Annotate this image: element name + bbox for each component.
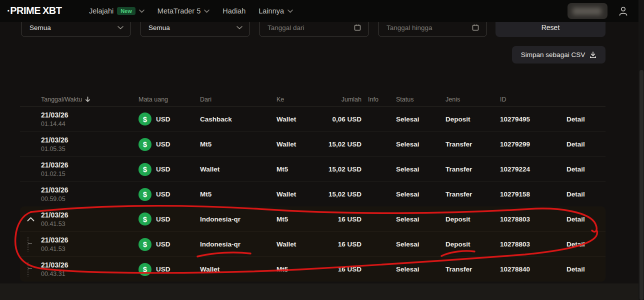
detail-link[interactable]: Detail <box>566 240 585 248</box>
sort-descending-icon <box>85 96 90 102</box>
usd-coin-icon: $ <box>138 238 152 251</box>
table-row: 21/03/26 00.41.53 $ USD Indonesia-qr Mt5… <box>20 206 606 232</box>
id-cell: 10279299 <box>496 140 556 148</box>
currency-cell: $ USD <box>138 112 200 126</box>
save-csv-button[interactable]: Simpan sebagai CSV <box>512 46 606 64</box>
detail-cell: Detail <box>556 190 606 198</box>
detail-cell: Detail <box>556 240 606 248</box>
from-cell: Cashback <box>200 116 276 123</box>
nav-item-lainnya[interactable]: Lainnya <box>258 7 293 15</box>
page-bottom-strip <box>0 284 644 300</box>
status-cell: Selesai <box>392 116 442 123</box>
column-header-type: Jenis <box>442 96 496 103</box>
from-cell: Wallet <box>200 166 276 173</box>
from-cell: Mt5 <box>200 190 276 198</box>
tree-branch-icon <box>27 236 34 252</box>
calendar-icon[interactable] <box>354 24 362 32</box>
status-cell: Selesai <box>392 140 442 148</box>
detail-cell: Detail <box>556 166 606 173</box>
currency-cell: $ USD <box>138 188 200 201</box>
amount-cell: 15,02 USD <box>320 190 362 198</box>
to-cell: Wallet <box>276 116 320 123</box>
usd-coin-icon: $ <box>138 163 152 176</box>
detail-cell: Detail <box>556 116 606 123</box>
date-to-input[interactable] <box>386 24 466 32</box>
transactions-table: Tanggal/Waktu Mata uang Dari Ke Jumlah I… <box>20 92 606 282</box>
date-cell: 21/03/26 00.59.05 <box>41 186 138 202</box>
table-row: 21/03/26 00.41.53 $ USD Indonesia-qr Wal… <box>20 232 606 256</box>
user-profile-icon[interactable] <box>618 6 629 17</box>
nav-item-metatrader5[interactable]: MetaTrader 5 <box>158 7 210 15</box>
status-cell: Selesai <box>392 190 442 198</box>
column-header-status: Status <box>392 96 442 103</box>
amount-cell: 16 USD <box>320 266 362 273</box>
status-cell: Selesai <box>392 166 442 173</box>
id-cell: 10278803 <box>496 240 556 248</box>
id-cell: 10278803 <box>496 216 556 223</box>
detail-cell: Detail <box>556 216 606 223</box>
currency-cell: $ USD <box>138 138 200 151</box>
date-cell: 21/03/26 01.02.15 <box>41 161 138 178</box>
column-header-date[interactable]: Tanggal/Waktu <box>41 96 138 103</box>
date-cell: 21/03/26 01.05.35 <box>41 136 138 152</box>
date-cell: 21/03/26 00.41.53 <box>41 236 138 252</box>
download-icon <box>590 52 596 58</box>
scrollbar-thumb[interactable] <box>640 70 644 300</box>
chevron-down-icon <box>204 10 210 13</box>
status-cell: Selesai <box>392 266 442 273</box>
type-cell: Deposit <box>442 240 496 248</box>
column-header-to: Ke <box>276 96 320 103</box>
type-cell: Transfer <box>442 140 496 148</box>
scrollbar <box>638 0 644 300</box>
top-navbar: ·PRIMEXBT Jelajahi New MetaTrader 5 Hadi… <box>0 0 644 22</box>
column-header-amount: Jumlah <box>320 96 362 103</box>
detail-link[interactable]: Detail <box>566 116 585 123</box>
detail-link[interactable]: Detail <box>566 266 585 273</box>
row-indicator <box>20 236 41 252</box>
primexbt-logo[interactable]: ·PRIMEXBT <box>7 5 62 16</box>
usd-coin-icon: $ <box>138 112 152 126</box>
type-cell: Deposit <box>442 216 496 223</box>
date-cell: 21/03/26 00.41.53 <box>41 211 138 228</box>
from-cell: Wallet <box>200 266 276 273</box>
new-badge: New <box>117 7 136 15</box>
nav-item-jelajahi[interactable]: Jelajahi New <box>89 7 144 15</box>
chevron-down-icon <box>139 10 144 13</box>
table-row: 21/03/26 01.14.44 $ USD Cashback Wallet … <box>20 106 606 132</box>
amount-cell: 16 USD <box>320 240 362 248</box>
usd-coin-icon: $ <box>138 188 152 201</box>
chevron-down-icon <box>118 26 124 30</box>
to-cell: Mt5 <box>276 166 320 173</box>
type-cell: Transfer <box>442 190 496 198</box>
detail-link[interactable]: Detail <box>566 166 585 173</box>
row-indicator <box>20 262 41 278</box>
status-cell: Selesai <box>392 240 442 248</box>
id-cell: 10279495 <box>496 116 556 123</box>
detail-link[interactable]: Detail <box>566 140 585 148</box>
usd-coin-icon: $ <box>138 138 152 151</box>
collapse-chevron-up-icon[interactable] <box>27 217 34 222</box>
currency-cell: $ USD <box>138 263 200 276</box>
detail-cell: Detail <box>556 140 606 148</box>
amount-cell: 0,06 USD <box>320 116 362 123</box>
to-cell: Mt5 <box>276 266 320 273</box>
column-header-from: Dari <box>200 96 276 103</box>
from-cell: Mt5 <box>200 140 276 148</box>
detail-cell: Detail <box>556 266 606 273</box>
detail-link[interactable]: Detail <box>566 216 585 223</box>
usd-coin-icon: $ <box>138 212 152 226</box>
account-balance-blurred[interactable] <box>568 3 608 19</box>
table-row: 21/03/26 01.05.35 $ USD Mt5 Wallet 15,02… <box>20 132 606 156</box>
currency-cell: $ USD <box>138 212 200 226</box>
date-from-input[interactable] <box>268 24 348 32</box>
calendar-icon[interactable] <box>472 24 480 32</box>
usd-coin-icon: $ <box>138 263 152 276</box>
detail-link[interactable]: Detail <box>566 190 585 198</box>
column-header-currency: Mata uang <box>138 96 200 103</box>
id-cell: 10279158 <box>496 190 556 198</box>
type-cell: Transfer <box>442 166 496 173</box>
page: ·PRIMEXBT Jelajahi New MetaTrader 5 Hadi… <box>0 0 644 300</box>
table-row: 21/03/26 00.59.05 $ USD Mt5 Wallet 15,02… <box>20 182 606 206</box>
table-header: Tanggal/Waktu Mata uang Dari Ke Jumlah I… <box>20 92 606 106</box>
nav-item-hadiah[interactable]: Hadiah <box>222 7 246 15</box>
